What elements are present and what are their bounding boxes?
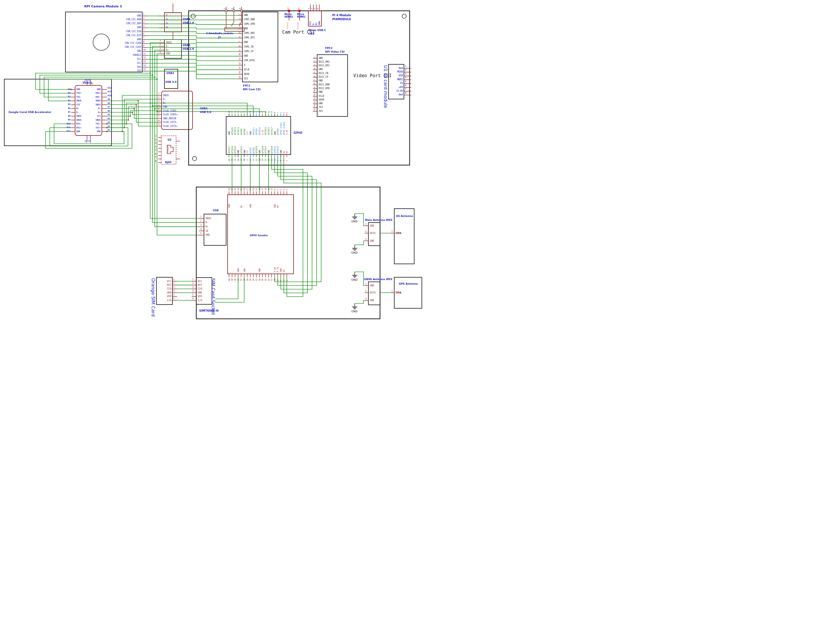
header-pin-number: 40 <box>228 279 230 281</box>
ipex-pin-name: GND <box>370 224 374 227</box>
usbc1-right-pin-name: TX1+ <box>81 127 101 129</box>
wire <box>275 157 321 282</box>
header-pin-number: 38 <box>231 279 233 281</box>
fpc-pin-number: 2 <box>239 18 241 19</box>
camera-pin-number: 14 <box>143 64 146 67</box>
usb1-pin-number: 5 <box>158 108 160 110</box>
cn1-ref: CN1 <box>308 33 314 35</box>
usb1-pin-name: GND <box>163 105 167 108</box>
audio-pad <box>241 10 242 12</box>
header-pin-number: 10 <box>274 279 276 281</box>
header-pin-name: 5V <box>283 270 285 272</box>
header-pin-number: 39 <box>228 188 230 190</box>
orange-sim-pin-name: I/O <box>158 299 171 302</box>
usbc1-right-pin-name: D- <box>81 107 101 110</box>
header-pin-number: 15 <box>265 188 267 190</box>
sim-socket-pin-name: VCC <box>198 280 202 283</box>
fpc1-sub: RPi Cam CSI <box>243 88 261 91</box>
usb4-pin-number: 3 <box>166 22 167 25</box>
junction-dot <box>150 73 151 74</box>
header-pin-name: P TX <box>277 267 279 272</box>
gnd-label: GND <box>351 251 357 254</box>
header-pin-number: 22 <box>256 279 258 281</box>
hdmi1-shield-label: SHEILD <box>297 22 299 29</box>
sim-usb-pin-name: D- <box>205 221 208 224</box>
gpio-pin-name: GPIO 2/SDA <box>283 122 285 135</box>
fpc-pin-number: 15 <box>314 108 316 111</box>
sd-pin-name: Gnd <box>389 94 403 96</box>
sim-socket-pin-name: I/O <box>198 299 202 302</box>
fpc-pin-name: GND <box>244 28 248 30</box>
junction-dot <box>138 100 139 101</box>
sd-name: sd card module <box>383 73 388 108</box>
ipex-pin-name: GND <box>370 284 374 287</box>
usbc1-left-pin-number: B8 <box>62 115 71 117</box>
usbc1-right-pin-name: RX2- <box>81 96 101 98</box>
usb1-pin-name: VBUS <box>163 94 169 97</box>
main-antenna-label: Main Antenna IPEX <box>365 218 393 221</box>
usb4-type: USB 2.0 <box>183 21 194 24</box>
header-pin-name: D6 <box>240 205 243 208</box>
usb1-pin-number: 7 <box>158 116 160 118</box>
audio-name: 3.5mmAudio_sockets <box>201 32 239 35</box>
gpio-pin-name: DNC <box>246 150 249 154</box>
camera-pin-name: ENABLE <box>107 54 141 56</box>
wire <box>355 241 365 245</box>
sd-pin-name: +3.3V <box>389 90 403 92</box>
usb1-pin-name: StdA_SSTX+ <box>163 125 178 128</box>
hdmi-pad <box>299 10 301 12</box>
fpc-pin-number: 10 <box>239 53 241 55</box>
orange-sim-pin-name: VPP <box>158 295 171 298</box>
gpio-pin-number: 33 <box>237 111 240 113</box>
hdmi1-label: Micro HDMI1 <box>297 13 310 18</box>
usbc1-right-pin-number: A1 <box>108 129 110 131</box>
fpc-pin-number: 15 <box>239 76 241 78</box>
usbc1-right-pin-number: A5 <box>108 114 110 116</box>
fpc-pin-number: 9 <box>239 50 241 51</box>
usbc1-right-pin-name: CC1 <box>81 115 101 117</box>
fpc-pin-number: 9 <box>314 87 316 88</box>
orange-sim-pin-number: 1 <box>173 278 175 281</box>
orange-sim-label: Orange SIM Card <box>151 278 155 316</box>
gpio-pin-name: GPIO21 <box>228 146 230 154</box>
usb1-pin-number: 6 <box>158 112 160 114</box>
header-pin-number: 9 <box>274 189 276 190</box>
usbc1-right-pin-number: A3 <box>108 121 110 123</box>
header-pin-number: 31 <box>240 188 242 190</box>
camera-pin-number: 11 <box>143 53 146 55</box>
sim-usb-label: USB <box>213 209 219 212</box>
orange-sim-pin-number: 4 <box>173 290 175 292</box>
header-pin-number: 2 <box>286 280 288 281</box>
fpc-pin-number: 8 <box>314 83 316 84</box>
cn1-pin-number: 1 <box>308 8 310 9</box>
fpc-pin-name: GND <box>319 68 323 71</box>
cn1-pin-name: GND <box>318 21 321 25</box>
sim-socket-pin-name: CLK <box>198 288 202 290</box>
header-pin-number: 21 <box>256 188 258 190</box>
junction-dot <box>157 79 158 80</box>
junction-dot <box>71 89 72 90</box>
gpio-pin-name: 3.3V <box>286 130 288 135</box>
usbc1-left-pin-number: B3 <box>62 96 71 98</box>
header-pin-number: 28 <box>247 279 249 281</box>
wire <box>40 75 153 94</box>
camera-pin-name: CON_CSI_D1N <box>107 30 141 33</box>
usbc1-right-pin-name: RX2+ <box>81 92 101 94</box>
gpio-pin-number: 35 <box>234 111 236 113</box>
header-pin-number: 4 <box>283 280 285 281</box>
sim-usb-pin-name: D+ <box>205 226 208 228</box>
cn1-pin-name: VCC <box>309 21 311 25</box>
sim-usb-pin-name: ID <box>205 230 208 232</box>
usbc1-shield-pad <box>85 80 87 80</box>
gpio-pin-name: GPIO10 <box>259 127 261 135</box>
fpc-pin-number: 6 <box>239 36 241 37</box>
usbc1-left-pin-name: GND <box>76 131 80 133</box>
gpio-pin-number: 6 <box>280 160 282 161</box>
usb2-name: USB2 <box>166 72 174 74</box>
header-pin-number: 24 <box>253 279 255 281</box>
gpio-pin-number: 27 <box>247 111 249 113</box>
usb3-pin-name: D- <box>166 45 169 48</box>
usb3-pin-name: GND <box>166 52 170 55</box>
usbc1-right-pin-number: A2 <box>108 125 110 128</box>
antenna-gps-sma: SMA <box>396 291 401 294</box>
